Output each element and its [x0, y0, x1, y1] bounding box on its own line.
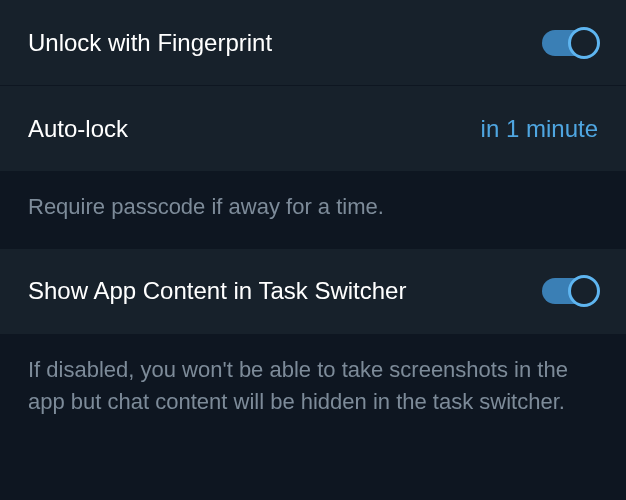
toggle-knob: [568, 27, 600, 59]
task-switcher-toggle[interactable]: [542, 278, 598, 304]
task-switcher-label: Show App Content in Task Switcher: [28, 277, 406, 305]
toggle-knob: [568, 275, 600, 307]
fingerprint-label: Unlock with Fingerprint: [28, 29, 272, 57]
fingerprint-toggle[interactable]: [542, 30, 598, 56]
task-switcher-row[interactable]: Show App Content in Task Switcher: [0, 249, 626, 334]
autolock-description: Require passcode if away for a time.: [0, 171, 626, 249]
autolock-value: in 1 minute: [481, 115, 598, 143]
task-switcher-description: If disabled, you won't be able to take s…: [0, 334, 626, 444]
autolock-label: Auto-lock: [28, 115, 128, 143]
fingerprint-row[interactable]: Unlock with Fingerprint: [0, 0, 626, 85]
autolock-row[interactable]: Auto-lock in 1 minute: [0, 86, 626, 171]
